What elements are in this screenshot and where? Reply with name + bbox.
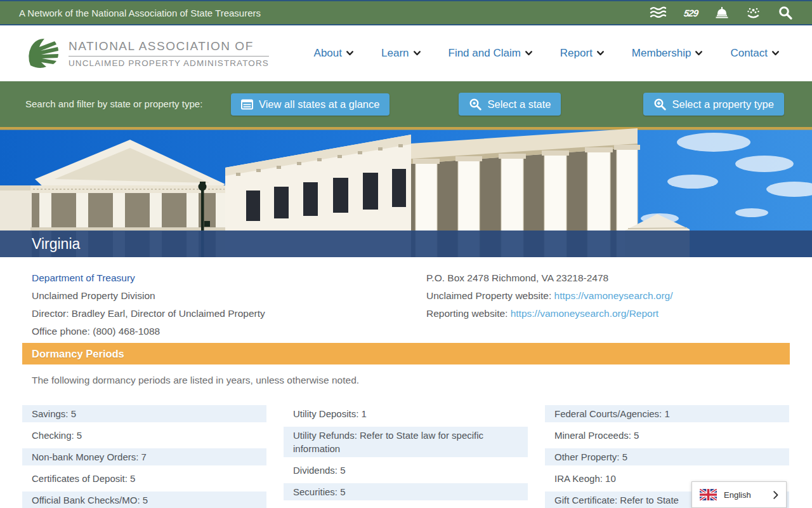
table-list-icon [241, 99, 253, 110]
filter-label: Search and filter by state or property t… [25, 98, 216, 110]
division-text: Unclaimed Property Division [32, 287, 426, 305]
unclaimed-property-website-link[interactable]: https://vamoneysearch.org/ [554, 290, 673, 301]
network-top-bar: A Network of the National Association of… [0, 0, 812, 25]
dormancy-item-text: Mineral Proceeds: 5 [554, 430, 639, 441]
chevron-right-icon [773, 491, 778, 499]
dormancy-item: Checking: 5 [22, 427, 266, 444]
network-text: A Network of the National Association of… [19, 8, 261, 18]
director-text: Director: Bradley Earl, Director of Uncl… [32, 305, 426, 323]
529-icon[interactable]: 529 [683, 8, 698, 18]
dormancy-item-text: Utility Deposits: 1 [293, 408, 367, 419]
dormancy-column-2: Utility Deposits: 1 Utility Refunds: Ref… [284, 405, 528, 500]
chevron-down-icon [772, 51, 779, 56]
dormancy-item-text: Utility Refunds: Refer to State law for … [293, 430, 483, 454]
select-state-button[interactable]: Select a state [459, 93, 561, 116]
contact-left-column: Department of Treasury Unclaimed Propert… [32, 269, 426, 340]
chevron-down-icon [525, 51, 532, 56]
website-label: Unclaimed Property website: [426, 290, 554, 301]
main-nav: About Learn Find and Claim Repor [314, 47, 787, 60]
dormancy-item: Other Property: 5 [545, 448, 789, 465]
dormancy-item-text: Securities: 5 [293, 486, 346, 497]
uk-flag-icon [700, 489, 717, 500]
nav-item-label: Contact [730, 47, 768, 60]
dormancy-item-text: Gift Certificate: Refer to State [554, 495, 679, 505]
dormancy-item: Utility Refunds: Refer to State law for … [284, 427, 528, 457]
view-all-states-label: View all states at a glance [259, 98, 379, 110]
dormancy-periods-banner: Dormancy Periods [22, 343, 790, 364]
nav-item-label: About [314, 47, 342, 60]
website-line: Unclaimed Property website: https://vamo… [426, 287, 780, 305]
capitol-icon[interactable] [715, 6, 729, 19]
dormancy-item: Securities: 5 [284, 483, 528, 500]
nav-item[interactable]: Find and Claim [449, 47, 532, 60]
chevron-down-icon [597, 51, 604, 56]
dormancy-item: Savings: 5 [22, 405, 266, 422]
dormancy-item: Dividends: 5 [284, 462, 528, 479]
dormancy-periods-title: Dormancy Periods [32, 348, 124, 360]
dormancy-item-text: Federal Courts/Agencies: 1 [554, 408, 670, 419]
nav-item[interactable]: About [314, 47, 353, 60]
dormancy-column-1: Savings: 5 Checking: 5 Non-bank Money Or… [22, 405, 266, 508]
dormancy-item-text: Dividends: 5 [293, 465, 346, 476]
language-selector[interactable]: English [691, 481, 787, 508]
state-title: Virginia [32, 236, 80, 253]
logo-line1: NATIONAL ASSOCIATION OF [69, 39, 269, 57]
fountain-icon[interactable] [746, 6, 761, 19]
nav-item-label: Find and Claim [449, 47, 521, 60]
view-all-states-button[interactable]: View all states at a glance [231, 93, 390, 116]
search-plus-icon [653, 98, 666, 110]
dormancy-item-text: Official Bank Checks/MO: 5 [32, 495, 148, 505]
dormancy-item: Non-bank Money Orders: 7 [22, 448, 266, 465]
dormancy-item-text: Non-bank Money Orders: 7 [32, 451, 147, 462]
hero-image: Virginia [0, 127, 812, 257]
dormancy-item: Mineral Proceeds: 5 [545, 427, 789, 444]
language-label: English [724, 490, 751, 500]
select-property-type-button[interactable]: Select a property type [643, 93, 784, 116]
dormancy-item-text: Other Property: 5 [554, 451, 627, 462]
naupa-waves-icon[interactable] [650, 6, 667, 19]
logo-line2: UNCLAIMED PROPERTY ADMINISTRATORS [69, 57, 269, 68]
nav-item[interactable]: Report [560, 47, 604, 60]
chevron-down-icon [414, 51, 421, 56]
naupa-logo[interactable]: NATIONAL ASSOCIATION OF UNCLAIMED PROPER… [25, 37, 269, 70]
dormancy-subtitle: The following dormancy periods are liste… [32, 375, 780, 386]
department-link[interactable]: Department of Treasury [32, 272, 135, 283]
address-text: P.O. Box 2478 Richmond, VA 23218-2478 [426, 269, 780, 287]
nav-item[interactable]: Learn [381, 47, 420, 60]
dormancy-item-text: Certificates of Deposit: 5 [32, 473, 135, 484]
nav-item[interactable]: Contact [730, 47, 779, 60]
site-header: NATIONAL ASSOCIATION OF UNCLAIMED PROPER… [0, 25, 812, 81]
topbar-icon-links: 529 [650, 5, 793, 20]
reporting-line: Reporting website: https://vamoneysearch… [426, 305, 780, 323]
select-state-label: Select a state [487, 98, 551, 110]
chevron-down-icon [346, 51, 353, 56]
dormancy-grid: Savings: 5 Checking: 5 Non-bank Money Or… [22, 405, 790, 508]
nav-item-label: Membership [632, 47, 691, 60]
naupa-logo-text: NATIONAL ASSOCIATION OF UNCLAIMED PROPER… [69, 39, 269, 68]
search-dot-icon [469, 98, 481, 110]
dormancy-item-text: Savings: 5 [32, 408, 76, 419]
contact-section: Department of Treasury Unclaimed Propert… [0, 257, 812, 340]
chevron-down-icon [695, 51, 702, 56]
office-phone-text: Office phone: (800) 468-1088 [32, 323, 426, 340]
dormancy-item: Certificates of Deposit: 5 [22, 470, 266, 487]
dormancy-item: Official Bank Checks/MO: 5 [22, 491, 266, 508]
nav-item-label: Learn [381, 47, 409, 60]
state-title-bar: Virginia [0, 231, 812, 257]
dormancy-item: Federal Courts/Agencies: 1 [545, 405, 789, 422]
reporting-website-link[interactable]: https://vamoneysearch.org/Report [511, 308, 658, 319]
dormancy-item-text: Checking: 5 [32, 430, 82, 441]
nav-item[interactable]: Membership [632, 47, 703, 60]
dormancy-item: Utility Deposits: 1 [284, 405, 528, 422]
search-filter-bar: Search and filter by state or property t… [0, 81, 812, 127]
contact-right-column: P.O. Box 2478 Richmond, VA 23218-2478 Un… [426, 269, 780, 340]
naupa-logo-icon [25, 37, 60, 70]
nav-item-label: Report [560, 47, 593, 60]
select-property-type-label: Select a property type [672, 98, 774, 110]
dormancy-item-text: IRA Keogh: 10 [554, 473, 616, 484]
reporting-label: Reporting website: [426, 308, 511, 319]
search-icon[interactable] [778, 5, 793, 20]
